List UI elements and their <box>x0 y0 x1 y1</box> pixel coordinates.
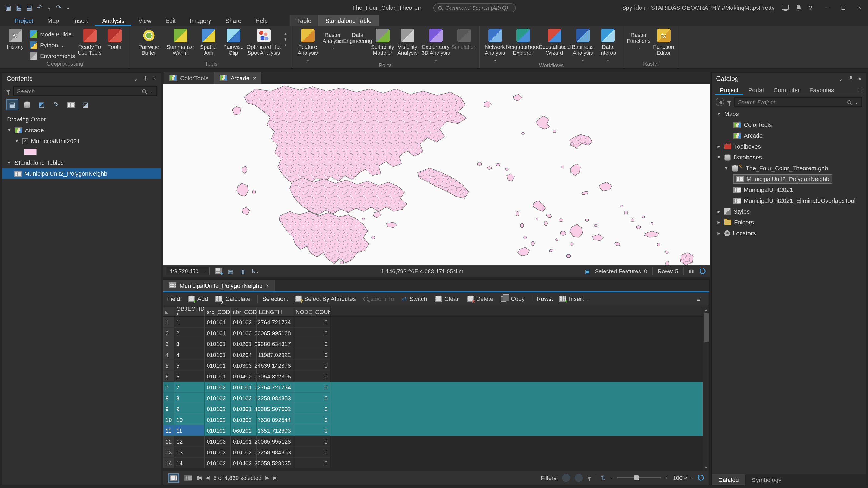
column-header-node-count[interactable]: NODE_COUNT <box>293 307 330 317</box>
table-row[interactable]: 141401010301040225058.5280350 <box>163 458 709 468</box>
tree-item-layer-symbol[interactable] <box>2 147 161 157</box>
table-row-selected[interactable]: 7701010201010112764.7217340 <box>163 382 709 393</box>
table-row-selected[interactable]: 9901010201030140385.5076020 <box>163 403 709 414</box>
command-search-input[interactable]: Command Search (Alt+Q) <box>433 3 516 12</box>
close-panel-icon[interactable]: × <box>153 76 156 82</box>
close-table-icon[interactable]: × <box>266 282 269 289</box>
python-button[interactable]: Python ⌄ <box>30 41 75 50</box>
raster-functions-button[interactable]: Raster Functions⌄ <box>626 27 651 51</box>
scrollbar-thumb[interactable] <box>704 313 708 342</box>
layer-symbol-swatch[interactable] <box>24 149 37 155</box>
tab-project[interactable]: Project <box>8 15 40 26</box>
catalog-node-styles[interactable]: ▸ Styles <box>712 206 866 217</box>
copy-button[interactable]: Copy <box>498 294 527 303</box>
insert-row-button[interactable]: Insert⌄ <box>556 294 593 303</box>
column-header-length[interactable]: LENGTH <box>257 307 293 317</box>
filter-icon[interactable] <box>727 101 731 103</box>
table-view-icon[interactable] <box>168 473 179 482</box>
vertical-scrollbar[interactable]: ▲ ▼ <box>703 307 709 470</box>
history-button[interactable]: History <box>3 27 28 50</box>
tree-item-layer-municipalunit2021[interactable]: ▾ ✓ MunicipalUnit2021 <box>2 135 161 147</box>
selected-features-count[interactable]: Selected Features: 0 <box>595 268 648 274</box>
catalog-node-gdb-table2[interactable]: MunicipalUnit2021 <box>712 184 866 195</box>
tab-view[interactable]: View <box>131 15 158 26</box>
table-row-selected[interactable]: 10100101020103037630.0925440 <box>163 414 709 425</box>
optimized-hot-spot-analysis-button[interactable]: Optimized Hot Spot Analysis <box>246 27 282 56</box>
table-tab[interactable]: MunicipalUnit2_PolygonNeighb × <box>163 280 275 291</box>
form-view-icon[interactable] <box>183 473 194 482</box>
add-data-icon[interactable]: ▦ <box>16 4 22 11</box>
scroll-down-icon[interactable]: ▼ <box>705 466 708 469</box>
suitability-modeler-button[interactable]: Suitability Modeler <box>370 27 395 56</box>
list-by-selection-icon[interactable]: ◩ <box>35 99 48 110</box>
view-tab-colortools[interactable]: ColorTools <box>164 72 214 84</box>
catalog-search-input[interactable]: Search Project ⌄ <box>734 97 862 107</box>
switch-selection-button[interactable]: ⇄Switch <box>399 294 430 303</box>
function-editor-button[interactable]: Function Editor <box>651 27 676 56</box>
layer-visibility-checkbox[interactable]: ✓ <box>22 138 28 144</box>
table-row[interactable]: 6601010101040217054.8223960 <box>163 371 709 382</box>
environments-button[interactable]: Environments <box>30 52 75 60</box>
scroll-up-icon[interactable]: ▲ <box>705 308 708 311</box>
list-by-snapping-icon[interactable] <box>65 99 77 110</box>
rows-count[interactable]: Rows: 5 <box>658 268 678 274</box>
catalog-node-databases[interactable]: ▾ Databases <box>712 152 866 163</box>
table-row[interactable]: 131301010301010213258.9843530 <box>163 447 709 458</box>
table-zoom-slider[interactable] <box>618 477 661 478</box>
help-icon[interactable]: ? <box>809 4 812 11</box>
bottom-tab-symbology[interactable]: Symbology <box>745 475 788 485</box>
save-icon[interactable]: ▣ <box>5 4 11 11</box>
catalog-node-toolboxes[interactable]: ▸ Toolboxes <box>712 141 866 152</box>
presenter-icon[interactable] <box>782 5 789 10</box>
column-header-objectid[interactable]: OBJECTID * <box>174 307 205 317</box>
catalog-tab-portal[interactable]: Portal <box>744 85 769 95</box>
delete-selected-button[interactable]: Delete <box>464 294 496 303</box>
geostatistical-wizard-button[interactable]: Geostatistical Wizard <box>539 27 570 56</box>
back-icon[interactable]: ◀ <box>716 98 724 106</box>
modelbuilder-button[interactable]: ModelBuilder <box>30 30 75 38</box>
select-by-attributes-button[interactable]: Select By Attributes <box>291 294 359 303</box>
filters-funnel-icon[interactable] <box>587 476 592 479</box>
add-field-button[interactable]: Add <box>185 294 211 303</box>
filter-icon[interactable] <box>6 90 10 93</box>
list-by-drawing-order-icon[interactable]: ▤ <box>6 99 19 110</box>
contents-search-input[interactable]: Search ⌄ <box>13 86 157 96</box>
north-arrow-selector[interactable]: N⌄ <box>251 267 260 275</box>
ready-to-use-tools-button[interactable]: Ready To Use Tools <box>77 27 102 56</box>
table-row-current[interactable]: 11110101020602021651.7128930 <box>163 425 709 436</box>
tab-analysis[interactable]: Analysis <box>95 15 131 26</box>
close-panel-icon[interactable]: × <box>858 76 862 82</box>
undo-dropdown-icon[interactable]: ⌄ <box>48 5 51 10</box>
table-row[interactable]: 1101010101010212764.7217340 <box>163 317 709 327</box>
zoom-in-icon[interactable]: + <box>665 475 669 481</box>
maximize-button[interactable]: □ <box>835 0 852 15</box>
data-interop-button[interactable]: Data Interop⌄ <box>595 27 620 62</box>
table-row[interactable]: 3301010101020129380.6343170 <box>163 338 709 349</box>
pairwise-buffer-button[interactable]: Pairwise Buffer <box>133 27 164 56</box>
pin-icon[interactable] <box>848 76 854 82</box>
select-all-corner[interactable] <box>163 307 174 317</box>
close-view-icon[interactable]: × <box>253 74 256 81</box>
selection-grid-icon[interactable] <box>214 267 222 275</box>
column-header-src-code[interactable]: src_CODE <box>205 307 230 317</box>
previous-record-button[interactable]: ◀ <box>206 475 210 480</box>
table-menu-icon[interactable]: ≡ <box>696 295 705 303</box>
layers-status-icon[interactable]: ▦ <box>226 267 235 275</box>
data-engineering-button[interactable]: Data Engineering <box>345 27 370 44</box>
panel-options-icon[interactable]: ⌄ <box>839 76 843 82</box>
open-project-icon[interactable]: ▤ <box>27 4 32 11</box>
expander-icon[interactable]: ▾ <box>14 138 20 144</box>
tab-imagery[interactable]: Imagery <box>183 15 219 26</box>
pairwise-clip-button[interactable]: Pairwise Clip <box>221 27 246 56</box>
catalog-node-gdb[interactable]: ▾ ✎ The_Four_Color_Theorem.gdb <box>712 163 866 173</box>
customize-qat-icon[interactable]: ⌄ <box>66 5 70 10</box>
zoom-level-selector[interactable]: 100%⌄ <box>673 475 693 481</box>
tree-item-standalone-tables[interactable]: ▾ Standalone Tables <box>2 157 161 168</box>
row-height-icon[interactable]: ⇅ <box>601 475 606 481</box>
calculate-field-button[interactable]: Calculate <box>213 294 253 303</box>
business-analysis-button[interactable]: Business Analysis⌄ <box>570 27 595 62</box>
feature-analysis-button[interactable]: Feature Analysis⌄ <box>295 27 320 62</box>
pause-drawing-icon[interactable]: ▮▮ <box>688 269 694 273</box>
table-row[interactable]: 4401010101020411987.029220 <box>163 349 709 360</box>
expander-icon[interactable]: ▾ <box>6 160 12 165</box>
